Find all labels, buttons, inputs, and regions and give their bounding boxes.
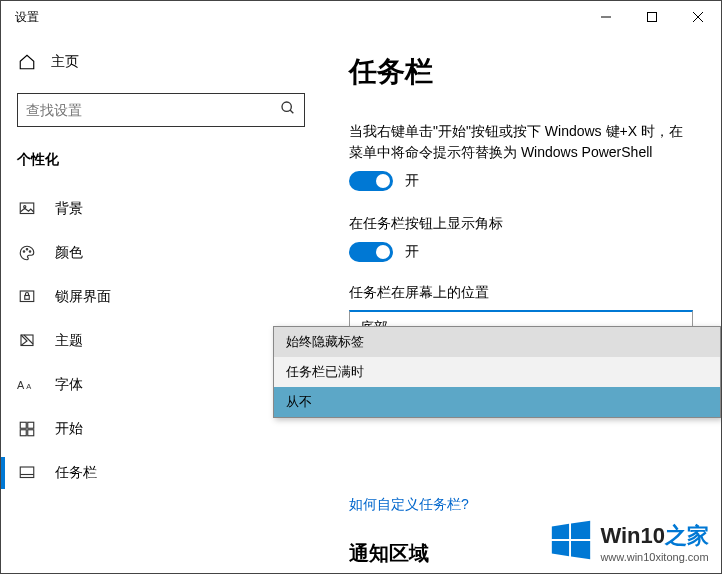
customize-link[interactable]: 如何自定义任务栏?	[349, 496, 469, 514]
svg-rect-17	[28, 422, 34, 428]
search-input[interactable]	[26, 102, 280, 118]
svg-line-5	[290, 110, 293, 113]
svg-text:A: A	[26, 382, 31, 391]
theme-icon	[17, 332, 37, 350]
category-label: 个性化	[17, 151, 305, 169]
sidebar-item-label: 字体	[55, 376, 83, 394]
position-label: 任务栏在屏幕上的位置	[349, 284, 693, 302]
svg-point-8	[23, 251, 25, 253]
toggle-switch-icon	[349, 242, 393, 262]
svg-point-4	[282, 102, 291, 111]
badges-toggle[interactable]: 开	[349, 242, 693, 262]
toggle-label: 开	[405, 172, 419, 190]
sidebar-item-label: 任务栏	[55, 464, 97, 482]
windows-logo-icon	[548, 517, 594, 563]
sidebar-item-taskbar[interactable]: 任务栏	[1, 451, 305, 495]
sidebar-item-label: 开始	[55, 420, 83, 438]
sidebar-item-label: 背景	[55, 200, 83, 218]
home-label: 主页	[51, 53, 79, 71]
svg-rect-19	[28, 430, 34, 436]
picture-icon	[17, 200, 37, 218]
sidebar: 主页 个性化 背景 颜色 锁屏界面 主题 AA 字体	[1, 33, 321, 573]
palette-icon	[17, 244, 37, 262]
watermark-url: www.win10xitong.com	[600, 551, 709, 563]
svg-point-10	[29, 251, 31, 253]
toggle-switch-icon	[349, 171, 393, 191]
svg-text:A: A	[17, 379, 25, 391]
home-icon	[17, 53, 37, 71]
maximize-button[interactable]	[629, 1, 675, 33]
page-title: 任务栏	[349, 53, 693, 91]
dropdown-option[interactable]: 始终隐藏标签	[274, 327, 720, 357]
svg-rect-18	[20, 430, 26, 436]
sidebar-item-label: 锁屏界面	[55, 288, 111, 306]
sidebar-item-start[interactable]: 开始	[1, 407, 305, 451]
search-box[interactable]	[17, 93, 305, 127]
sidebar-item-themes[interactable]: 主题	[1, 319, 305, 363]
font-icon: AA	[17, 377, 37, 393]
powershell-toggle[interactable]: 开	[349, 171, 693, 191]
sidebar-item-lockscreen[interactable]: 锁屏界面	[1, 275, 305, 319]
search-icon	[280, 100, 296, 120]
badges-label: 在任务栏按钮上显示角标	[349, 213, 693, 234]
content-pane: 任务栏 当我右键单击"开始"按钮或按下 Windows 键+X 时，在菜单中将命…	[321, 33, 721, 573]
toggle-label: 开	[405, 243, 419, 261]
start-icon	[17, 420, 37, 438]
sidebar-item-background[interactable]: 背景	[1, 187, 305, 231]
minimize-button[interactable]	[583, 1, 629, 33]
powershell-description: 当我右键单击"开始"按钮或按下 Windows 键+X 时，在菜单中将命令提示符…	[349, 121, 693, 163]
svg-rect-12	[25, 296, 30, 300]
titlebar: 设置	[1, 1, 721, 33]
sidebar-item-label: 主题	[55, 332, 83, 350]
window-title: 设置	[1, 9, 39, 26]
svg-rect-1	[648, 13, 657, 22]
dropdown-option-selected[interactable]: 从不	[274, 387, 720, 417]
close-button[interactable]	[675, 1, 721, 33]
svg-rect-6	[20, 203, 34, 214]
svg-rect-16	[20, 422, 26, 428]
sidebar-item-colors[interactable]: 颜色	[1, 231, 305, 275]
watermark-brand: Win10之家	[600, 521, 709, 551]
home-link[interactable]: 主页	[17, 41, 305, 83]
combine-dropdown[interactable]: 始终隐藏标签 任务栏已满时 从不	[273, 326, 721, 418]
watermark: Win10之家 www.win10xitong.com	[548, 517, 709, 563]
taskbar-icon	[17, 464, 37, 482]
sidebar-item-fonts[interactable]: AA 字体	[1, 363, 305, 407]
svg-rect-20	[20, 467, 34, 478]
lockscreen-icon	[17, 288, 37, 306]
dropdown-option[interactable]: 任务栏已满时	[274, 357, 720, 387]
svg-point-9	[26, 249, 28, 251]
sidebar-item-label: 颜色	[55, 244, 83, 262]
